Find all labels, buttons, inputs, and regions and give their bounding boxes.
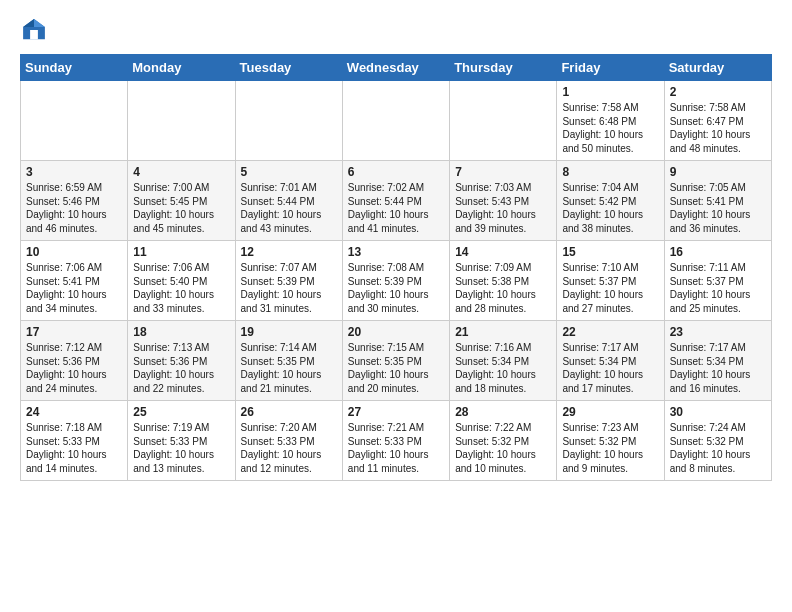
calendar-cell: 23Sunrise: 7:17 AM Sunset: 5:34 PM Dayli… xyxy=(664,321,771,401)
weekday-header: Tuesday xyxy=(235,55,342,81)
day-number: 17 xyxy=(26,325,122,339)
day-number: 29 xyxy=(562,405,658,419)
calendar-cell: 28Sunrise: 7:22 AM Sunset: 5:32 PM Dayli… xyxy=(450,401,557,481)
day-info: Sunrise: 7:02 AM Sunset: 5:44 PM Dayligh… xyxy=(348,181,444,235)
day-info: Sunrise: 7:11 AM Sunset: 5:37 PM Dayligh… xyxy=(670,261,766,315)
calendar-cell: 10Sunrise: 7:06 AM Sunset: 5:41 PM Dayli… xyxy=(21,241,128,321)
calendar-week-row: 17Sunrise: 7:12 AM Sunset: 5:36 PM Dayli… xyxy=(21,321,772,401)
day-info: Sunrise: 7:22 AM Sunset: 5:32 PM Dayligh… xyxy=(455,421,551,475)
calendar-cell xyxy=(342,81,449,161)
calendar-cell: 3Sunrise: 6:59 AM Sunset: 5:46 PM Daylig… xyxy=(21,161,128,241)
day-info: Sunrise: 7:10 AM Sunset: 5:37 PM Dayligh… xyxy=(562,261,658,315)
day-info: Sunrise: 7:58 AM Sunset: 6:48 PM Dayligh… xyxy=(562,101,658,155)
day-number: 24 xyxy=(26,405,122,419)
calendar-cell xyxy=(21,81,128,161)
day-number: 13 xyxy=(348,245,444,259)
calendar-cell: 17Sunrise: 7:12 AM Sunset: 5:36 PM Dayli… xyxy=(21,321,128,401)
day-number: 14 xyxy=(455,245,551,259)
weekday-header: Wednesday xyxy=(342,55,449,81)
day-info: Sunrise: 7:24 AM Sunset: 5:32 PM Dayligh… xyxy=(670,421,766,475)
day-number: 15 xyxy=(562,245,658,259)
day-info: Sunrise: 7:16 AM Sunset: 5:34 PM Dayligh… xyxy=(455,341,551,395)
day-number: 10 xyxy=(26,245,122,259)
day-number: 9 xyxy=(670,165,766,179)
day-number: 22 xyxy=(562,325,658,339)
calendar-cell xyxy=(235,81,342,161)
calendar-cell: 20Sunrise: 7:15 AM Sunset: 5:35 PM Dayli… xyxy=(342,321,449,401)
calendar-header: SundayMondayTuesdayWednesdayThursdayFrid… xyxy=(21,55,772,81)
calendar-cell: 21Sunrise: 7:16 AM Sunset: 5:34 PM Dayli… xyxy=(450,321,557,401)
day-info: Sunrise: 7:01 AM Sunset: 5:44 PM Dayligh… xyxy=(241,181,337,235)
weekday-header: Monday xyxy=(128,55,235,81)
day-number: 28 xyxy=(455,405,551,419)
day-number: 16 xyxy=(670,245,766,259)
day-number: 11 xyxy=(133,245,229,259)
calendar-cell: 19Sunrise: 7:14 AM Sunset: 5:35 PM Dayli… xyxy=(235,321,342,401)
weekday-header: Sunday xyxy=(21,55,128,81)
svg-marker-2 xyxy=(23,19,34,27)
day-info: Sunrise: 7:23 AM Sunset: 5:32 PM Dayligh… xyxy=(562,421,658,475)
calendar-cell: 27Sunrise: 7:21 AM Sunset: 5:33 PM Dayli… xyxy=(342,401,449,481)
calendar-cell: 4Sunrise: 7:00 AM Sunset: 5:45 PM Daylig… xyxy=(128,161,235,241)
calendar-cell: 29Sunrise: 7:23 AM Sunset: 5:32 PM Dayli… xyxy=(557,401,664,481)
day-info: Sunrise: 7:58 AM Sunset: 6:47 PM Dayligh… xyxy=(670,101,766,155)
calendar-cell: 1Sunrise: 7:58 AM Sunset: 6:48 PM Daylig… xyxy=(557,81,664,161)
calendar-cell: 2Sunrise: 7:58 AM Sunset: 6:47 PM Daylig… xyxy=(664,81,771,161)
page: SundayMondayTuesdayWednesdayThursdayFrid… xyxy=(0,0,792,491)
calendar-cell: 9Sunrise: 7:05 AM Sunset: 5:41 PM Daylig… xyxy=(664,161,771,241)
day-info: Sunrise: 7:13 AM Sunset: 5:36 PM Dayligh… xyxy=(133,341,229,395)
day-info: Sunrise: 7:06 AM Sunset: 5:40 PM Dayligh… xyxy=(133,261,229,315)
calendar-cell: 15Sunrise: 7:10 AM Sunset: 5:37 PM Dayli… xyxy=(557,241,664,321)
calendar-cell: 18Sunrise: 7:13 AM Sunset: 5:36 PM Dayli… xyxy=(128,321,235,401)
calendar-cell: 8Sunrise: 7:04 AM Sunset: 5:42 PM Daylig… xyxy=(557,161,664,241)
day-number: 25 xyxy=(133,405,229,419)
day-info: Sunrise: 7:17 AM Sunset: 5:34 PM Dayligh… xyxy=(562,341,658,395)
calendar-week-row: 3Sunrise: 6:59 AM Sunset: 5:46 PM Daylig… xyxy=(21,161,772,241)
calendar-cell: 30Sunrise: 7:24 AM Sunset: 5:32 PM Dayli… xyxy=(664,401,771,481)
day-info: Sunrise: 7:03 AM Sunset: 5:43 PM Dayligh… xyxy=(455,181,551,235)
day-info: Sunrise: 7:06 AM Sunset: 5:41 PM Dayligh… xyxy=(26,261,122,315)
calendar-cell: 6Sunrise: 7:02 AM Sunset: 5:44 PM Daylig… xyxy=(342,161,449,241)
calendar-cell xyxy=(450,81,557,161)
weekday-header: Friday xyxy=(557,55,664,81)
svg-rect-3 xyxy=(30,30,38,39)
day-info: Sunrise: 7:18 AM Sunset: 5:33 PM Dayligh… xyxy=(26,421,122,475)
weekday-header: Saturday xyxy=(664,55,771,81)
day-info: Sunrise: 7:12 AM Sunset: 5:36 PM Dayligh… xyxy=(26,341,122,395)
day-info: Sunrise: 7:17 AM Sunset: 5:34 PM Dayligh… xyxy=(670,341,766,395)
calendar-body: 1Sunrise: 7:58 AM Sunset: 6:48 PM Daylig… xyxy=(21,81,772,481)
svg-marker-1 xyxy=(34,19,45,27)
calendar-week-row: 24Sunrise: 7:18 AM Sunset: 5:33 PM Dayli… xyxy=(21,401,772,481)
calendar-cell: 25Sunrise: 7:19 AM Sunset: 5:33 PM Dayli… xyxy=(128,401,235,481)
calendar-table: SundayMondayTuesdayWednesdayThursdayFrid… xyxy=(20,54,772,481)
calendar-cell xyxy=(128,81,235,161)
day-info: Sunrise: 6:59 AM Sunset: 5:46 PM Dayligh… xyxy=(26,181,122,235)
day-info: Sunrise: 7:15 AM Sunset: 5:35 PM Dayligh… xyxy=(348,341,444,395)
calendar-cell: 22Sunrise: 7:17 AM Sunset: 5:34 PM Dayli… xyxy=(557,321,664,401)
day-info: Sunrise: 7:00 AM Sunset: 5:45 PM Dayligh… xyxy=(133,181,229,235)
calendar-cell: 14Sunrise: 7:09 AM Sunset: 5:38 PM Dayli… xyxy=(450,241,557,321)
header-row: SundayMondayTuesdayWednesdayThursdayFrid… xyxy=(21,55,772,81)
day-number: 19 xyxy=(241,325,337,339)
day-info: Sunrise: 7:08 AM Sunset: 5:39 PM Dayligh… xyxy=(348,261,444,315)
day-number: 21 xyxy=(455,325,551,339)
day-number: 30 xyxy=(670,405,766,419)
day-info: Sunrise: 7:07 AM Sunset: 5:39 PM Dayligh… xyxy=(241,261,337,315)
logo-icon xyxy=(20,16,48,44)
logo xyxy=(20,16,50,44)
day-number: 18 xyxy=(133,325,229,339)
day-info: Sunrise: 7:21 AM Sunset: 5:33 PM Dayligh… xyxy=(348,421,444,475)
day-number: 7 xyxy=(455,165,551,179)
header xyxy=(20,16,772,44)
calendar-cell: 11Sunrise: 7:06 AM Sunset: 5:40 PM Dayli… xyxy=(128,241,235,321)
day-number: 8 xyxy=(562,165,658,179)
day-number: 27 xyxy=(348,405,444,419)
day-info: Sunrise: 7:09 AM Sunset: 5:38 PM Dayligh… xyxy=(455,261,551,315)
day-info: Sunrise: 7:20 AM Sunset: 5:33 PM Dayligh… xyxy=(241,421,337,475)
day-number: 4 xyxy=(133,165,229,179)
day-number: 20 xyxy=(348,325,444,339)
day-info: Sunrise: 7:05 AM Sunset: 5:41 PM Dayligh… xyxy=(670,181,766,235)
day-number: 3 xyxy=(26,165,122,179)
day-info: Sunrise: 7:14 AM Sunset: 5:35 PM Dayligh… xyxy=(241,341,337,395)
day-info: Sunrise: 7:04 AM Sunset: 5:42 PM Dayligh… xyxy=(562,181,658,235)
